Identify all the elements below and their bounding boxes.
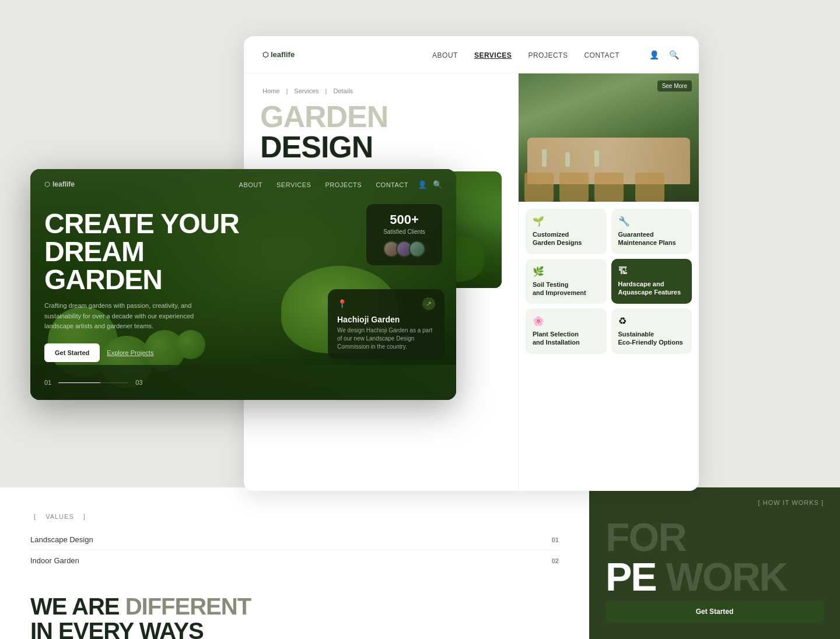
front-logo: leaflife: [44, 180, 75, 188]
back-logo: leaflife: [262, 50, 295, 59]
front-nav: leaflife ABOUT SERVICES PROJECTS CONTACT…: [30, 169, 456, 199]
service-name: Landscape Design: [30, 535, 93, 544]
service-name: Indoor Garden: [30, 556, 79, 565]
service-customized-garden[interactable]: 🌱 CustomizedGarden Designs: [526, 209, 607, 254]
avatar-group: [376, 241, 433, 257]
hero-title-line1: CREATE YOUR: [44, 210, 254, 238]
page-title: GARDEN DESIGN: [260, 101, 502, 162]
service-guaranteed-maintenance[interactable]: 🔧 GuaranteedMaintenance Plans: [611, 209, 692, 254]
hero-title-line2: DREAM GARDEN: [44, 238, 254, 294]
front-nav-contact[interactable]: CONTACT: [376, 179, 408, 189]
dark-panel-content: [ HOW IT WORKS ] FORPE WORK Get Started: [589, 487, 840, 639]
hero-buttons: Get Started Explore Projects: [44, 343, 254, 362]
service-landscape-design: Landscape Design 01: [30, 529, 559, 550]
get-started-button[interactable]: Get Started: [44, 343, 100, 362]
service-plant-selection[interactable]: 🌸 Plant Selectionand Installation: [526, 308, 607, 354]
services-grid: 🌱 CustomizedGarden Designs 🔧 GuaranteedM…: [519, 202, 699, 361]
slide-progress-bar: [58, 382, 128, 383]
dark-get-started-button[interactable]: Get Started: [606, 601, 824, 623]
how-it-works-tag: [ HOW IT WORKS ]: [758, 499, 824, 506]
hero-subtitle: Crafting dream gardens with passion, cre…: [44, 301, 208, 332]
dark-cta-wrapper: Get Started: [606, 601, 824, 627]
slide-total: 03: [135, 379, 142, 386]
front-card: leaflife ABOUT SERVICES PROJECTS CONTACT…: [30, 169, 456, 400]
service-sustainable[interactable]: ♻ SustainableEco-Friendly Options: [611, 308, 692, 354]
location-description: We design Hachioji Garden as a part of o…: [337, 326, 435, 351]
leaf-icon: 🌿: [533, 266, 600, 277]
location-name: Hachioji Garden: [337, 315, 435, 324]
dark-panel-highlight: PE: [606, 554, 656, 599]
how-it-works-wrapper: [ HOW IT WORKS ]: [606, 499, 824, 506]
location-arrow-button[interactable]: ↗: [422, 297, 435, 310]
back-nav-links: ABOUT SERVICES PROJECTS CONTACT: [432, 50, 620, 60]
avatar-3: [409, 241, 425, 257]
nav-services[interactable]: SERVICES: [474, 50, 512, 60]
slide-counter: 01 03: [44, 379, 143, 386]
services-list: Landscape Design 01 Indoor Garden 02: [30, 529, 559, 571]
breadcrumb: Home | Services | Details: [260, 87, 502, 94]
in-every-ways-text: IN EVERY WAYS: [30, 619, 559, 639]
we-are-text: WE ARE: [30, 594, 125, 619]
breadcrumb-services[interactable]: Services: [294, 87, 318, 94]
front-user-icon[interactable]: 👤: [418, 180, 427, 189]
service-num: 02: [552, 557, 559, 564]
stats-number: 500+: [376, 212, 433, 227]
we-different-section: WE ARE DIFFERENT IN EVERY WAYS: [30, 582, 559, 639]
stats-card: 500+ Satisfied Clients: [366, 204, 442, 265]
front-nav-links: ABOUT SERVICES PROJECTS CONTACT: [239, 179, 408, 189]
service-title: GuaranteedMaintenance Plans: [618, 230, 685, 247]
back-nav: leaflife ABOUT SERVICES PROJECTS CONTACT…: [244, 36, 699, 73]
nav-projects[interactable]: PROJECTS: [528, 50, 568, 60]
service-title: Soil Testingand Improvement: [533, 280, 600, 297]
nav-contact[interactable]: CONTACT: [584, 50, 620, 60]
breadcrumb-details[interactable]: Details: [334, 87, 354, 94]
slide-current: 01: [44, 379, 51, 386]
we-different-title: WE ARE DIFFERENT IN EVERY WAYS: [30, 594, 559, 639]
hero-content: CREATE YOUR DREAM GARDEN Crafting dream …: [44, 210, 254, 362]
dark-title-wrapper: FORPE WORK: [606, 513, 824, 601]
see-more-button[interactable]: See More: [657, 80, 692, 92]
service-indoor-garden: Indoor Garden 02: [30, 550, 559, 571]
plant-icon: 🌱: [533, 216, 600, 227]
front-nav-icons: 👤 🔍: [418, 180, 442, 189]
front-nav-about[interactable]: ABOUT: [239, 179, 262, 189]
flower-icon: 🌸: [533, 315, 600, 326]
bottom-white-area: [ VALUES ] Landscape Design 01 Indoor Ga…: [0, 487, 589, 639]
back-nav-icons: 👤 🔍: [648, 48, 680, 61]
search-icon[interactable]: 🔍: [667, 48, 680, 61]
explore-projects-button[interactable]: Explore Projects: [107, 349, 153, 356]
back-right-panel: See More 🌱 CustomizedGarden Designs 🔧 Gu…: [518, 73, 699, 491]
dark-panel-title: FORPE WORK: [606, 517, 787, 596]
front-nav-projects[interactable]: PROJECTS: [325, 179, 362, 189]
values-tag: [ VALUES ]: [30, 513, 559, 520]
service-title: Plant Selectionand Installation: [533, 330, 600, 347]
breadcrumb-home[interactable]: Home: [262, 87, 279, 94]
location-header: 📍 ↗: [337, 297, 435, 310]
different-text: DIFFERENT: [125, 594, 251, 619]
garden-photo: See More: [519, 73, 699, 202]
bottom-dark-panel: [ HOW IT WORKS ] FORPE WORK Get Started: [589, 487, 840, 639]
bottom-content: [ VALUES ] Landscape Design 01 Indoor Ga…: [30, 501, 559, 639]
hardscape-icon: 🏗: [618, 266, 685, 276]
hero-title: CREATE YOUR DREAM GARDEN: [44, 210, 254, 294]
service-title: CustomizedGarden Designs: [533, 230, 600, 247]
service-num: 01: [552, 536, 559, 543]
service-title: Hardscape andAquascape Features: [618, 280, 685, 297]
wrench-icon: 🔧: [618, 216, 685, 227]
location-popup: 📍 ↗ Hachioji Garden We design Hachioji G…: [328, 289, 444, 359]
service-title: SustainableEco-Friendly Options: [618, 330, 685, 347]
nav-about[interactable]: ABOUT: [432, 50, 458, 60]
location-pin-icon: 📍: [337, 299, 347, 308]
service-soil-testing[interactable]: 🌿 Soil Testingand Improvement: [526, 259, 607, 304]
service-hardscape[interactable]: 🏗 Hardscape andAquascape Features: [611, 259, 692, 304]
user-icon[interactable]: 👤: [648, 48, 660, 61]
front-search-icon[interactable]: 🔍: [433, 180, 442, 189]
front-nav-services[interactable]: SERVICES: [276, 179, 311, 189]
stats-label: Satisfied Clients: [376, 229, 433, 235]
recycle-icon: ♻: [618, 315, 685, 326]
